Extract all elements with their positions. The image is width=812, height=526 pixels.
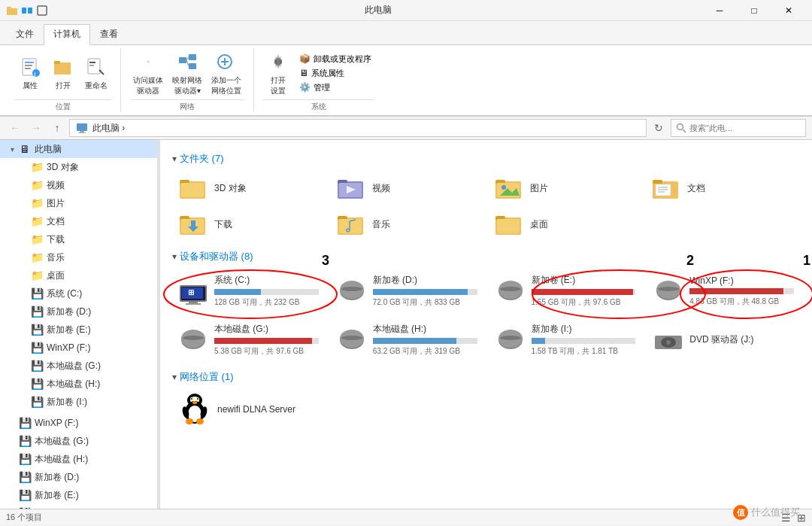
folder-3d-icon: 📁: [30, 160, 44, 174]
tab-file[interactable]: 文件: [6, 24, 44, 44]
sidebar-c-drive[interactable]: 💾 系统 (C:): [0, 284, 157, 303]
drive-g-icon: 💾: [30, 359, 44, 372]
sidebar-new-d-label: 新加卷 (D:): [35, 471, 79, 484]
rename-button[interactable]: 重命名: [81, 53, 111, 93]
drive-d-icon: 💾: [30, 305, 44, 318]
drive-g-bar-container: [214, 338, 319, 344]
settings-button[interactable]: 打开设置: [263, 48, 293, 98]
svg-rect-6: [25, 62, 34, 63]
sidebar-local-g[interactable]: 💾 本地磁盘 (G:): [0, 432, 157, 450]
tab-computer[interactable]: 计算机: [44, 24, 90, 45]
sys-props-button[interactable]: 🖥 系统属性: [296, 67, 374, 80]
drive-e-item[interactable]: 新加卷 (E:) 1.55 GB 可用，共 97.6 GB: [489, 269, 642, 312]
address-box[interactable]: 此电脑 ›: [69, 119, 647, 137]
folders-section-header[interactable]: ▾ 文件夹 (7): [172, 152, 800, 166]
open-button[interactable]: 打开: [48, 53, 78, 93]
drive-i-bar-container: [532, 338, 636, 344]
local-h-icon: 💾: [18, 452, 32, 466]
drive-i-item[interactable]: 新加卷 (I:) 1.58 TB 可用，共 1.81 TB: [489, 318, 642, 361]
folder-video-item[interactable]: 视频: [330, 172, 485, 205]
properties-button[interactable]: i 属性: [15, 53, 45, 93]
folder-dl-item[interactable]: 下载: [172, 208, 327, 241]
settings-label: 打开设置: [271, 75, 286, 96]
drives-section-header[interactable]: ▾ 设备和驱动器 (8): [172, 250, 800, 263]
sidebar-this-pc[interactable]: ▾ 🖥 此电脑: [0, 140, 157, 158]
sidebar-i-drive[interactable]: 💾 新加卷 (I:): [0, 393, 157, 411]
uninstall-button[interactable]: 📦 卸载或更改程序: [296, 53, 374, 65]
drive-f-info: WinXP (F:) 4.83 GB 可用，共 48.8 GB: [689, 275, 794, 307]
sidebar-video[interactable]: 📁 视频: [0, 176, 157, 194]
svg-point-71: [341, 287, 362, 291]
media-drive-button[interactable]: 访问媒体驱动器: [130, 48, 166, 98]
sidebar-d-drive[interactable]: 💾 新加卷 (D:): [0, 303, 157, 321]
drive-f-item[interactable]: WinXP (F:) 4.83 GB 可用，共 48.8 GB: [647, 269, 800, 312]
back-button[interactable]: ←: [6, 119, 24, 137]
winxp-icon: 💾: [18, 416, 32, 430]
sidebar-new-d[interactable]: 💾 新加卷 (D:): [0, 468, 157, 486]
settings-icon: [266, 50, 290, 74]
drive-c-item[interactable]: ⊞ 系统 (C:) 128 GB 可用，共 232 GB: [172, 269, 325, 312]
drive-j-item[interactable]: DVD 驱动器 (J:): [647, 318, 800, 361]
uninstall-label: 卸载或更改程序: [314, 53, 371, 65]
folder-desktop-item[interactable]: 桌面: [488, 208, 643, 241]
folder-docs-item[interactable]: 文档: [645, 172, 800, 205]
svg-rect-46: [653, 180, 662, 184]
expand-icon-i[interactable]: ▾: [6, 507, 18, 509]
expand-icon-pc[interactable]: ▾: [6, 143, 18, 155]
sidebar-e-drive[interactable]: 💾 新加卷 (E:): [0, 321, 157, 339]
folder-docs-label: 文档: [687, 182, 705, 195]
drive-g-item[interactable]: 本地磁盘 (G:) 5.38 GB 可用，共 97.6 GB: [172, 318, 325, 361]
title-bar-icons: [6, 5, 48, 17]
sidebar-docs[interactable]: 📁 文档: [0, 212, 157, 230]
minimize-button[interactable]: ─: [702, 0, 737, 21]
maximize-button[interactable]: □: [737, 0, 771, 21]
close-button[interactable]: ✕: [771, 0, 806, 21]
sidebar-new-i-label: 新加卷 (I:): [35, 507, 75, 509]
folder-music-item[interactable]: 音乐: [330, 208, 485, 241]
search-box[interactable]: [671, 119, 806, 137]
sidebar-music-label: 音乐: [47, 251, 65, 264]
programs-icon: 📦: [299, 53, 311, 64]
sidebar-pictures[interactable]: 📁 图片: [0, 194, 157, 212]
drive-j-info: DVD 驱动器 (J:): [689, 333, 794, 346]
sidebar-winxp[interactable]: 💾 WinXP (F:): [0, 414, 157, 432]
network-item[interactable]: newifi DLNA Server: [172, 390, 800, 429]
sidebar-h-drive[interactable]: 💾 本地磁盘 (H:): [0, 375, 157, 393]
network-section-header[interactable]: ▾ 网络位置 (1): [172, 370, 800, 384]
ribbon-network-items: 访问媒体驱动器 映射网络驱动器▾ 添加一个网络位置: [130, 48, 244, 98]
manage-button[interactable]: ⚙️ 管理: [296, 81, 374, 94]
svg-rect-35: [181, 183, 204, 197]
forward-button[interactable]: →: [27, 119, 45, 137]
up-button[interactable]: ↑: [48, 119, 66, 137]
pc-icon: 🖥: [18, 142, 32, 156]
sidebar-local-h[interactable]: 💾 本地磁盘 (H:): [0, 450, 157, 468]
sidebar-desktop[interactable]: 📁 桌面: [0, 266, 157, 284]
new-e-icon: 💾: [18, 488, 32, 502]
sidebar-g-drive[interactable]: 💾 本地磁盘 (G:): [0, 357, 157, 375]
drive-i-icon: 💾: [30, 395, 44, 409]
folder-docs-icon: 📁: [30, 214, 44, 228]
svg-point-86: [500, 336, 521, 340]
tab-view[interactable]: 查看: [90, 24, 128, 44]
map-network-button[interactable]: 映射网络驱动器▾: [169, 48, 205, 98]
sidebar-music[interactable]: 📁 音乐: [0, 248, 157, 266]
status-bar: 16 个项目 ☰ ⊞: [0, 509, 812, 525]
sidebar-f-drive[interactable]: 💾 WinXP (F:): [0, 339, 157, 357]
sidebar-new-e[interactable]: 💾 新加卷 (E:): [0, 486, 157, 504]
drive-c-size: 128 GB 可用，共 232 GB: [214, 297, 319, 308]
sidebar-c-label: 系统 (C:): [47, 287, 82, 300]
drive-h-item[interactable]: 本地磁盘 (H:) 63.2 GB 可用，共 319 GB: [331, 318, 483, 361]
sidebar-3d[interactable]: 📁 3D 对象: [0, 158, 157, 176]
media-drive-label: 访问媒体驱动器: [133, 75, 163, 96]
folder-pic-item[interactable]: 图片: [488, 172, 643, 205]
folder-3d-item[interactable]: 3D 对象: [172, 172, 327, 205]
svg-rect-29: [80, 131, 84, 132]
network-header-label: 网络位置 (1): [180, 370, 234, 384]
search-input[interactable]: [689, 123, 795, 132]
folder-desktop-label: 桌面: [530, 218, 548, 231]
add-network-button[interactable]: 添加一个网络位置: [208, 48, 244, 98]
refresh-button[interactable]: ↻: [650, 119, 668, 137]
sidebar-new-i[interactable]: ▾ 💾 新加卷 (I:): [0, 504, 157, 509]
sidebar-downloads[interactable]: 📁 下载: [0, 230, 157, 248]
drive-d-item[interactable]: 新加卷 (D:) 72.0 GB 可用，共 833 GB: [331, 269, 483, 312]
